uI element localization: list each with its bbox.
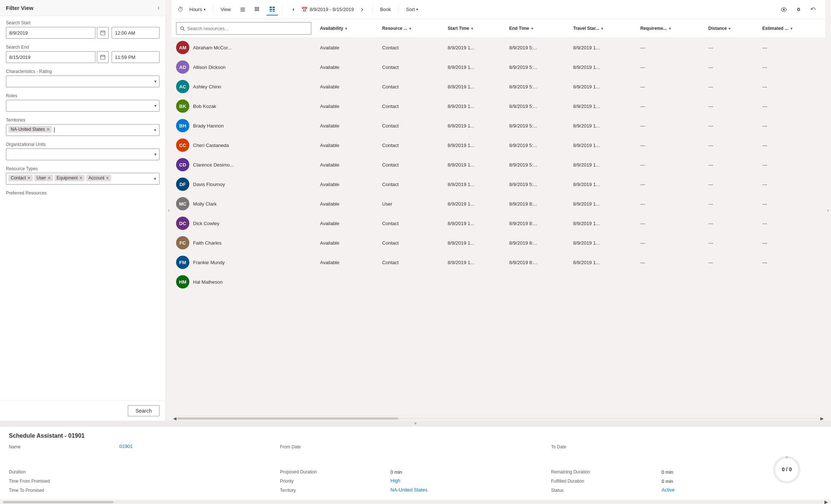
travel-start-cell: 8/9/2019 1... [569, 155, 636, 175]
visibility-button[interactable] [778, 4, 790, 15]
table-view-button[interactable] [266, 4, 278, 15]
estimated-sort-icon: ▾ [790, 27, 792, 31]
contact-tag-close[interactable]: ✕ [27, 176, 31, 181]
territories-input[interactable]: NA-United States ✕ ▾ [6, 124, 159, 136]
travel-start-cell: 8/9/2019 1... [569, 77, 636, 97]
svg-rect-17 [255, 10, 256, 11]
table-row[interactable]: AD Allison Dickson Available Contact 8/9… [172, 57, 825, 77]
search-button[interactable]: Search [128, 405, 159, 416]
filter-collapse-button[interactable]: ‹ [158, 4, 159, 11]
start-time-col-header[interactable]: Start Time ▾ [443, 19, 505, 38]
territory-value[interactable]: NA-United States [390, 486, 430, 493]
calendar-icon: 📅 [301, 7, 308, 13]
svg-rect-21 [273, 7, 275, 8]
svg-rect-16 [258, 8, 259, 10]
search-end-calendar-icon[interactable] [97, 51, 109, 63]
table-row[interactable]: DC Dick Cowley Available Contact 8/9/201… [172, 214, 825, 233]
bottom-scrollbar-thumb[interactable] [3, 501, 113, 503]
status-value[interactable]: Active [662, 486, 677, 493]
hours-button[interactable]: Hours ▾ [186, 5, 208, 14]
search-start-date-input[interactable] [6, 27, 95, 39]
horizontal-scrollbar-track[interactable] [176, 417, 820, 420]
priority-value[interactable]: High [390, 477, 403, 484]
distance-cell: --- [704, 116, 758, 136]
top-section: Filter View ‹ Search Start [0, 0, 831, 421]
table-row[interactable]: BK Bob Kozak Available Contact 8/9/2019 … [172, 97, 825, 116]
search-end-time-select[interactable]: 11:59 PM [112, 51, 159, 63]
equipment-tag-close[interactable]: ✕ [79, 176, 83, 181]
prev-date-button[interactable] [287, 4, 299, 15]
travel-start-cell: 8/9/2019 1... [569, 38, 636, 57]
svg-rect-11 [255, 7, 256, 8]
table-row[interactable]: BH Brady Hannon Available Contact 8/9/20… [172, 116, 825, 136]
resource-name-cell: HM Hal Matheson [172, 272, 316, 292]
view-button[interactable]: View [218, 5, 234, 14]
book-button[interactable]: Book [377, 5, 394, 14]
table-row[interactable]: AC Ashley Chinn Available Contact 8/9/20… [172, 77, 825, 97]
requirement-cell: --- [636, 155, 704, 175]
territory-tag-close[interactable]: ✕ [46, 127, 50, 132]
search-end-date-input[interactable] [6, 51, 95, 63]
hours-dropdown-icon: ▾ [204, 7, 206, 11]
end-time-col-header[interactable]: End Time ▾ [505, 19, 569, 38]
search-box[interactable] [176, 22, 311, 35]
resource-name-cell: FM Frankie Mundy [172, 253, 316, 272]
availability-col-header[interactable]: Availability ▾ [316, 19, 378, 38]
filter-panel-title: Filter View [6, 5, 34, 11]
panel-collapse-handle[interactable]: ‹ [166, 0, 172, 421]
bottom-scroll-right[interactable]: ▶ [824, 499, 828, 504]
table-row[interactable]: HM Hal Matheson [172, 272, 825, 292]
start-time-cell: 8/9/2019 1... [443, 97, 505, 116]
table-row[interactable]: DF Davis Flournoy Available Contact 8/9/… [172, 175, 825, 194]
resource-types-dropdown-arrow: ▾ [154, 176, 156, 181]
table-row[interactable]: FM Frankie Mundy Available Contact 8/9/2… [172, 253, 825, 272]
resource-types-input[interactable]: Contact ✕ User ✕ Equipment ✕ Account [6, 173, 159, 185]
list-view-button[interactable] [237, 4, 249, 15]
refresh-button[interactable] [807, 4, 819, 15]
scroll-right-button[interactable]: ▶ [820, 416, 824, 421]
distance-cell: --- [704, 233, 758, 253]
org-units-select[interactable] [6, 148, 159, 160]
search-start-time-select[interactable]: 12:00 AM [112, 27, 159, 39]
sort-button[interactable]: Sort ▾ [403, 5, 421, 14]
status-label: Status [551, 487, 662, 494]
settings-button[interactable] [793, 4, 804, 15]
svg-rect-14 [255, 8, 256, 10]
table-row[interactable]: CD Clarence Desimo... Available Contact … [172, 155, 825, 175]
estimated-cell: --- [758, 253, 825, 272]
distance-cell: --- [704, 175, 758, 194]
account-tag-close[interactable]: ✕ [106, 176, 109, 181]
table-row[interactable]: AM Abraham McCor... Available Contact 8/… [172, 38, 825, 57]
detail-grid: Name 01901 From Date To Date [9, 444, 822, 467]
search-start-calendar-icon[interactable] [97, 27, 109, 39]
roles-label: Roles [6, 93, 159, 98]
characteristics-select[interactable] [6, 76, 159, 87]
requirement-col-header[interactable]: Requireme... ▾ [636, 19, 704, 38]
travel-start-col-header[interactable]: Travel Star... ▾ [569, 19, 636, 38]
scroll-left-button[interactable]: ◀ [173, 416, 176, 421]
avatar: AC [176, 80, 189, 93]
table-row[interactable]: CC Cheri Castaneda Available Contact 8/9… [172, 136, 825, 155]
name-value[interactable]: 01901 [119, 443, 136, 450]
distance-col-header[interactable]: Distance ▾ [704, 19, 758, 38]
horizontal-scrollbar-thumb[interactable] [177, 417, 398, 420]
avatar: FC [176, 236, 189, 249]
roles-select[interactable] [6, 100, 159, 112]
estimated-col-header[interactable]: Estimated ... ▾ [758, 19, 825, 38]
next-date-button[interactable] [356, 4, 368, 15]
bottom-scrollbar-track[interactable] [3, 501, 824, 503]
resource-type-col-header[interactable]: Resource ... ▾ [378, 19, 443, 38]
distance-cell: --- [704, 97, 758, 116]
table-row[interactable]: MC Molly Clark Available User 8/9/2019 1… [172, 194, 825, 214]
user-tag-close[interactable]: ✕ [48, 176, 51, 181]
remaining-duration-label: Remaining Duration [551, 469, 662, 476]
right-panel-collapse-handle[interactable]: › [825, 0, 831, 421]
search-input[interactable] [187, 26, 246, 31]
resource-name: Clarence Desimo... [193, 162, 234, 168]
distance-cell: --- [704, 77, 758, 97]
grid-scroll-area[interactable]: Availability ▾ Resource ... ▾ Start Time… [172, 19, 825, 416]
grid-view-button[interactable] [252, 4, 263, 15]
table-row[interactable]: FC Faith Charles Available Contact 8/9/2… [172, 233, 825, 253]
resource-grid: Availability ▾ Resource ... ▾ Start Time… [172, 19, 825, 292]
org-units-label: Organizational Units [6, 142, 159, 147]
